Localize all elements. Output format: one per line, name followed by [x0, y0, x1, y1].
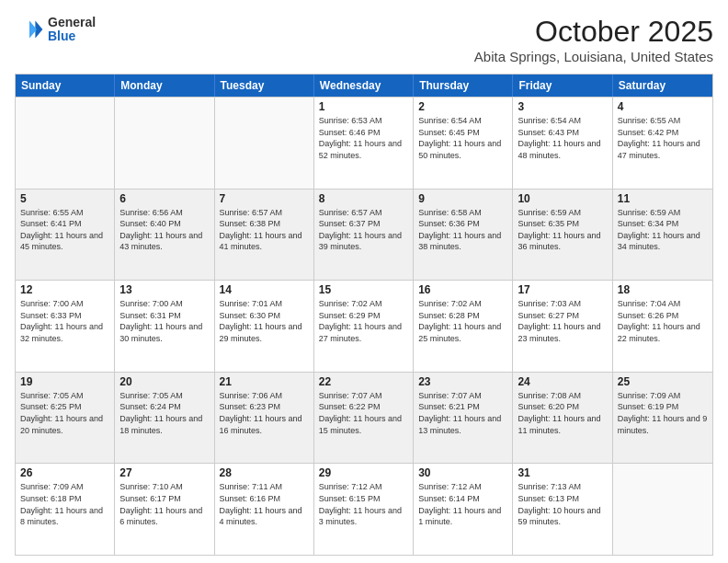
day-number: 27: [119, 466, 209, 479]
day-cell-3: 3Sunrise: 6:54 AMSunset: 6:43 PMDaylight…: [513, 98, 612, 189]
day-cell-14: 14Sunrise: 7:01 AMSunset: 6:30 PMDayligh…: [215, 281, 314, 372]
day-info: Sunrise: 7:05 AMSunset: 6:25 PMDaylight:…: [20, 390, 109, 436]
day-number: 3: [518, 100, 607, 113]
day-cell-20: 20Sunrise: 7:05 AMSunset: 6:24 PMDayligh…: [115, 373, 214, 464]
day-info: Sunrise: 6:53 AMSunset: 6:46 PMDaylight:…: [319, 115, 408, 161]
day-info: Sunrise: 7:12 AMSunset: 6:15 PMDaylight:…: [319, 481, 408, 527]
day-number: 24: [518, 375, 607, 388]
day-number: 13: [119, 283, 209, 296]
day-cell-1: 1Sunrise: 6:53 AMSunset: 6:46 PMDaylight…: [314, 98, 414, 189]
day-cell-2: 2Sunrise: 6:54 AMSunset: 6:45 PMDaylight…: [414, 98, 513, 189]
day-cell-29: 29Sunrise: 7:12 AMSunset: 6:15 PMDayligh…: [314, 464, 414, 555]
day-cell-16: 16Sunrise: 7:02 AMSunset: 6:28 PMDayligh…: [414, 281, 513, 372]
day-info: Sunrise: 7:01 AMSunset: 6:30 PMDaylight:…: [220, 298, 309, 344]
day-info: Sunrise: 7:10 AMSunset: 6:17 PMDaylight:…: [119, 481, 209, 527]
day-cell-11: 11Sunrise: 6:59 AMSunset: 6:34 PMDayligh…: [613, 190, 712, 281]
day-number: 23: [418, 375, 507, 388]
empty-cell: [16, 98, 115, 189]
day-number: 21: [220, 375, 309, 388]
day-cell-19: 19Sunrise: 7:05 AMSunset: 6:25 PMDayligh…: [16, 373, 115, 464]
day-cell-6: 6Sunrise: 6:56 AMSunset: 6:40 PMDaylight…: [115, 190, 214, 281]
calendar-header: SundayMondayTuesdayWednesdayThursdayFrid…: [16, 75, 712, 97]
day-info: Sunrise: 6:58 AMSunset: 6:36 PMDaylight:…: [418, 207, 507, 253]
day-number: 10: [518, 192, 607, 205]
logo: General Blue: [15, 15, 96, 44]
day-cell-27: 27Sunrise: 7:10 AMSunset: 6:17 PMDayligh…: [115, 464, 214, 555]
day-number: 29: [319, 466, 408, 479]
day-number: 15: [319, 283, 408, 296]
calendar-week-4: 19Sunrise: 7:05 AMSunset: 6:25 PMDayligh…: [16, 372, 712, 464]
title-block: October 2025 Abita Springs, Louisiana, U…: [474, 15, 713, 64]
day-info: Sunrise: 7:02 AMSunset: 6:29 PMDaylight:…: [319, 298, 408, 344]
day-info: Sunrise: 7:07 AMSunset: 6:21 PMDaylight:…: [418, 390, 507, 436]
day-cell-31: 31Sunrise: 7:13 AMSunset: 6:13 PMDayligh…: [513, 464, 612, 555]
day-number: 30: [418, 466, 507, 479]
day-number: 1: [319, 100, 408, 113]
day-number: 6: [119, 192, 209, 205]
header-day-friday: Friday: [513, 75, 612, 97]
day-cell-4: 4Sunrise: 6:55 AMSunset: 6:42 PMDaylight…: [613, 98, 712, 189]
header-day-thursday: Thursday: [414, 75, 513, 97]
day-cell-18: 18Sunrise: 7:04 AMSunset: 6:26 PMDayligh…: [613, 281, 712, 372]
day-cell-17: 17Sunrise: 7:03 AMSunset: 6:27 PMDayligh…: [513, 281, 612, 372]
day-number: 4: [618, 100, 708, 113]
day-info: Sunrise: 7:02 AMSunset: 6:28 PMDaylight:…: [418, 298, 507, 344]
day-number: 28: [220, 466, 309, 479]
page-container: General Blue October 2025 Abita Springs,…: [0, 0, 728, 563]
calendar: SundayMondayTuesdayWednesdayThursdayFrid…: [15, 74, 713, 556]
day-info: Sunrise: 7:09 AMSunset: 6:18 PMDaylight:…: [20, 481, 109, 527]
day-number: 7: [220, 192, 309, 205]
day-number: 17: [518, 283, 607, 296]
day-cell-28: 28Sunrise: 7:11 AMSunset: 6:16 PMDayligh…: [215, 464, 314, 555]
day-cell-13: 13Sunrise: 7:00 AMSunset: 6:31 PMDayligh…: [115, 281, 214, 372]
logo-blue: Blue: [48, 29, 96, 43]
calendar-week-3: 12Sunrise: 7:00 AMSunset: 6:33 PMDayligh…: [16, 280, 712, 372]
day-info: Sunrise: 7:00 AMSunset: 6:33 PMDaylight:…: [20, 298, 109, 344]
header-day-sunday: Sunday: [16, 75, 115, 97]
day-cell-9: 9Sunrise: 6:58 AMSunset: 6:36 PMDaylight…: [414, 190, 513, 281]
day-info: Sunrise: 7:13 AMSunset: 6:13 PMDaylight:…: [518, 481, 607, 527]
day-cell-23: 23Sunrise: 7:07 AMSunset: 6:21 PMDayligh…: [414, 373, 513, 464]
calendar-week-1: 1Sunrise: 6:53 AMSunset: 6:46 PMDaylight…: [16, 97, 712, 189]
day-info: Sunrise: 6:55 AMSunset: 6:41 PMDaylight:…: [20, 207, 109, 253]
page-header: General Blue October 2025 Abita Springs,…: [15, 15, 713, 64]
day-info: Sunrise: 7:12 AMSunset: 6:14 PMDaylight:…: [418, 481, 507, 527]
day-cell-26: 26Sunrise: 7:09 AMSunset: 6:18 PMDayligh…: [16, 464, 115, 555]
calendar-body: 1Sunrise: 6:53 AMSunset: 6:46 PMDaylight…: [16, 97, 712, 555]
day-cell-22: 22Sunrise: 7:07 AMSunset: 6:22 PMDayligh…: [314, 373, 414, 464]
day-cell-15: 15Sunrise: 7:02 AMSunset: 6:29 PMDayligh…: [314, 281, 414, 372]
day-number: 26: [20, 466, 109, 479]
day-cell-12: 12Sunrise: 7:00 AMSunset: 6:33 PMDayligh…: [16, 281, 115, 372]
calendar-week-5: 26Sunrise: 7:09 AMSunset: 6:18 PMDayligh…: [16, 463, 712, 555]
day-number: 14: [220, 283, 309, 296]
day-number: 12: [20, 283, 109, 296]
month-title: October 2025: [474, 15, 713, 49]
empty-cell: [613, 464, 712, 555]
day-number: 22: [319, 375, 408, 388]
day-info: Sunrise: 6:57 AMSunset: 6:38 PMDaylight:…: [220, 207, 309, 253]
day-info: Sunrise: 7:05 AMSunset: 6:24 PMDaylight:…: [119, 390, 209, 436]
day-cell-21: 21Sunrise: 7:06 AMSunset: 6:23 PMDayligh…: [215, 373, 314, 464]
day-number: 20: [119, 375, 209, 388]
header-day-wednesday: Wednesday: [314, 75, 414, 97]
day-cell-8: 8Sunrise: 6:57 AMSunset: 6:37 PMDaylight…: [314, 190, 414, 281]
day-number: 16: [418, 283, 507, 296]
logo-text: General Blue: [48, 16, 96, 44]
day-number: 25: [618, 375, 708, 388]
day-info: Sunrise: 6:54 AMSunset: 6:43 PMDaylight:…: [518, 115, 607, 161]
day-info: Sunrise: 6:59 AMSunset: 6:35 PMDaylight:…: [518, 207, 607, 253]
day-number: 31: [518, 466, 607, 479]
day-info: Sunrise: 7:08 AMSunset: 6:20 PMDaylight:…: [518, 390, 607, 436]
day-cell-24: 24Sunrise: 7:08 AMSunset: 6:20 PMDayligh…: [513, 373, 612, 464]
calendar-week-2: 5Sunrise: 6:55 AMSunset: 6:41 PMDaylight…: [16, 189, 712, 281]
logo-icon: [15, 15, 44, 44]
day-number: 8: [319, 192, 408, 205]
day-number: 11: [618, 192, 708, 205]
day-info: Sunrise: 6:54 AMSunset: 6:45 PMDaylight:…: [418, 115, 507, 161]
day-info: Sunrise: 6:55 AMSunset: 6:42 PMDaylight:…: [618, 115, 708, 161]
day-info: Sunrise: 7:06 AMSunset: 6:23 PMDaylight:…: [220, 390, 309, 436]
day-cell-30: 30Sunrise: 7:12 AMSunset: 6:14 PMDayligh…: [414, 464, 513, 555]
day-info: Sunrise: 7:09 AMSunset: 6:19 PMDaylight:…: [618, 390, 708, 436]
day-info: Sunrise: 6:56 AMSunset: 6:40 PMDaylight:…: [119, 207, 209, 253]
day-info: Sunrise: 7:04 AMSunset: 6:26 PMDaylight:…: [618, 298, 708, 344]
